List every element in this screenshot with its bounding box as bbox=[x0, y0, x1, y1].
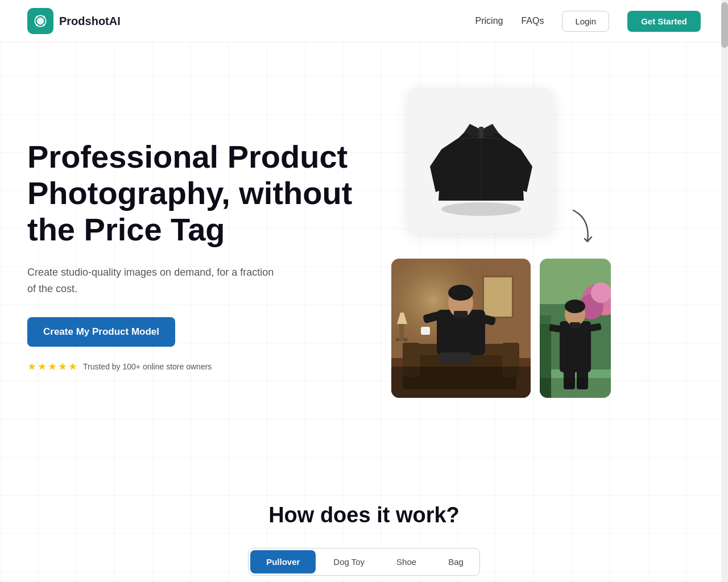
tab-shoe[interactable]: Shoe bbox=[380, 550, 432, 573]
cta-button[interactable]: Create My Product Model bbox=[27, 317, 175, 347]
scrollbar-thumb[interactable] bbox=[721, 2, 728, 48]
main-nav: Pricing FAQs Login Get Started bbox=[475, 11, 701, 32]
hero-content: Professional Product Photography, withou… bbox=[27, 43, 380, 469]
scrollbar[interactable] bbox=[721, 0, 728, 582]
svg-rect-24 bbox=[391, 367, 531, 398]
svg-rect-23 bbox=[440, 352, 471, 364]
svg-point-30 bbox=[591, 282, 611, 303]
header: ProdshotAI Pricing FAQs Login Get Starte… bbox=[0, 0, 728, 43]
svg-rect-39 bbox=[570, 322, 580, 328]
how-it-works-section: How does it work? Pullover Dog Toy Shoe … bbox=[0, 469, 728, 582]
arrow-icon bbox=[568, 207, 602, 255]
section-title: How does it work? bbox=[27, 503, 701, 527]
svg-rect-34 bbox=[560, 321, 591, 372]
svg-rect-15 bbox=[484, 277, 512, 317]
nav-pricing[interactable]: Pricing bbox=[475, 16, 503, 26]
trust-row: ★★★★★ Trusted by 100+ online store owner… bbox=[27, 360, 380, 373]
svg-rect-33 bbox=[540, 315, 551, 324]
hero-title: Professional Product Photography, withou… bbox=[27, 139, 380, 248]
logo-icon bbox=[27, 8, 53, 34]
product-card bbox=[408, 88, 553, 233]
svg-rect-1 bbox=[479, 127, 483, 138]
svg-rect-21 bbox=[421, 327, 430, 335]
svg-point-0 bbox=[39, 19, 43, 23]
trust-text: Trusted by 100+ online store owners bbox=[83, 362, 212, 371]
star-rating: ★★★★★ bbox=[27, 360, 78, 373]
svg-point-36 bbox=[565, 300, 585, 313]
result-images bbox=[391, 259, 611, 398]
nav-faqs[interactable]: FAQs bbox=[521, 16, 544, 26]
logo-svg bbox=[32, 13, 48, 29]
scene-outdoor-card bbox=[540, 259, 611, 398]
scene-indoor-card bbox=[391, 259, 531, 398]
svg-rect-12 bbox=[399, 324, 404, 341]
tab-dog-toy[interactable]: Dog Toy bbox=[317, 550, 380, 573]
tab-pullover[interactable]: Pullover bbox=[250, 550, 316, 573]
svg-point-3 bbox=[441, 202, 521, 216]
svg-point-18 bbox=[448, 285, 473, 301]
hero-images bbox=[380, 43, 701, 469]
login-button[interactable]: Login bbox=[562, 11, 609, 32]
hero-section: Professional Product Photography, withou… bbox=[0, 43, 728, 469]
svg-rect-42 bbox=[540, 378, 611, 398]
get-started-button[interactable]: Get Started bbox=[627, 11, 701, 32]
brand-name: ProdshotAI bbox=[59, 15, 121, 28]
tab-bag[interactable]: Bag bbox=[432, 550, 479, 573]
svg-rect-22 bbox=[454, 311, 468, 318]
logo[interactable]: ProdshotAI bbox=[27, 8, 121, 34]
hero-subtitle: Create studio-quality images on demand, … bbox=[27, 264, 278, 297]
jacket-image bbox=[424, 98, 538, 223]
product-tabs: Pullover Dog Toy Shoe Bag bbox=[248, 548, 480, 576]
